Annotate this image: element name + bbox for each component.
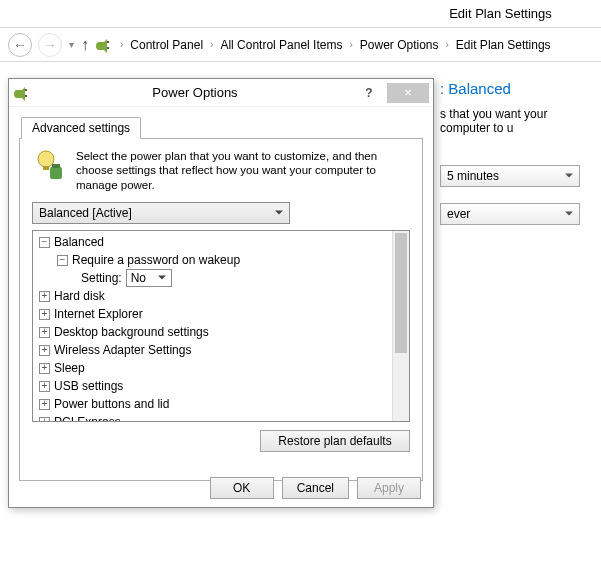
back-button[interactable]: ←	[8, 33, 32, 57]
arrow-left-icon: ←	[13, 37, 27, 53]
scrollbar[interactable]	[392, 231, 409, 421]
tab-panel: Select the power plan that you want to c…	[19, 139, 423, 481]
svg-rect-2	[25, 89, 27, 91]
nav-bar: ← → ▾ ↑ › Control Panel › All Control Pa…	[0, 28, 601, 62]
tree-label: PCI Express	[54, 415, 121, 421]
setting-label: Setting:	[81, 271, 122, 285]
tree-label: Wireless Adapter Settings	[54, 343, 191, 357]
svg-rect-0	[107, 41, 109, 43]
tree-node-require-password[interactable]: Require a password on wakeup	[37, 251, 388, 269]
dialog-button-row: OK Cancel Apply	[210, 477, 421, 499]
chevron-right-icon: ›	[120, 39, 123, 50]
plan-desc: s that you want your computer to u	[440, 107, 581, 135]
breadcrumb-item[interactable]: Edit Plan Settings	[456, 38, 551, 52]
svg-rect-7	[52, 164, 60, 168]
tree-node-hard-disk[interactable]: Hard disk	[37, 287, 388, 305]
intro-text: Select the power plan that you want to c…	[76, 149, 410, 192]
power-plug-icon	[95, 37, 113, 53]
tree-node-desktop-background[interactable]: Desktop background settings	[37, 323, 388, 341]
tree-label: USB settings	[54, 379, 123, 393]
tab-strip: Advanced settings	[19, 117, 423, 139]
sleep-timeout-select[interactable]: ever	[440, 203, 580, 225]
expand-icon[interactable]	[39, 381, 50, 392]
dialog-title: Power Options	[35, 85, 355, 100]
expand-icon[interactable]	[39, 345, 50, 356]
setting-value: No	[131, 271, 146, 285]
svg-rect-1	[107, 47, 109, 49]
chevron-right-icon: ›	[210, 39, 213, 50]
breadcrumb-item[interactable]: Control Panel	[130, 38, 203, 52]
close-button[interactable]: ×	[387, 83, 429, 103]
close-icon: ×	[404, 85, 412, 100]
expand-icon[interactable]	[39, 291, 50, 302]
expand-icon[interactable]	[39, 309, 50, 320]
expand-icon[interactable]	[39, 399, 50, 410]
settings-tree: Balanced Require a password on wakeup Se…	[32, 230, 410, 422]
tree-label: Sleep	[54, 361, 85, 375]
tree-node-internet-explorer[interactable]: Internet Explorer	[37, 305, 388, 323]
svg-rect-6	[50, 167, 62, 179]
power-options-dialog: Power Options ? × Advanced settings Sele…	[8, 78, 434, 508]
tree-label: Require a password on wakeup	[72, 253, 240, 267]
ok-button[interactable]: OK	[210, 477, 274, 499]
tree-node-sleep[interactable]: Sleep	[37, 359, 388, 377]
svg-point-4	[38, 151, 54, 167]
sleep-timeout-value: ever	[447, 207, 470, 221]
tree-label: Desktop background settings	[54, 325, 209, 339]
tree-node-pci-express[interactable]: PCI Express	[37, 413, 388, 421]
forward-button[interactable]: →	[38, 33, 62, 57]
svg-rect-5	[43, 166, 49, 170]
plan-select[interactable]: Balanced [Active]	[32, 202, 290, 224]
power-plug-icon	[13, 85, 31, 101]
help-button[interactable]: ?	[355, 79, 383, 107]
power-plan-icon	[32, 149, 66, 183]
breadcrumb-item[interactable]: All Control Panel Items	[220, 38, 342, 52]
tree-setting-row: Setting: No	[37, 269, 388, 287]
collapse-icon[interactable]	[57, 255, 68, 266]
tree-label: Hard disk	[54, 289, 105, 303]
chevron-right-icon: ›	[349, 39, 352, 50]
chevron-right-icon: ›	[446, 39, 449, 50]
bg-window-title: Edit Plan Settings	[0, 0, 601, 28]
tab-advanced-settings[interactable]: Advanced settings	[21, 117, 141, 139]
tree-node-usb-settings[interactable]: USB settings	[37, 377, 388, 395]
plan-heading: : Balanced	[440, 80, 581, 97]
tree-node-power-buttons[interactable]: Power buttons and lid	[37, 395, 388, 413]
tree-label: Power buttons and lid	[54, 397, 169, 411]
nav-recent-dropdown-icon[interactable]: ▾	[69, 39, 74, 50]
tree-node-wireless-adapter[interactable]: Wireless Adapter Settings	[37, 341, 388, 359]
setting-value-select[interactable]: No	[126, 269, 172, 287]
arrow-right-icon: →	[43, 37, 57, 53]
plan-select-value: Balanced [Active]	[39, 206, 132, 220]
restore-defaults-button[interactable]: Restore plan defaults	[260, 430, 410, 452]
intro-block: Select the power plan that you want to c…	[32, 149, 410, 192]
svg-rect-3	[25, 95, 27, 97]
tree-node-balanced[interactable]: Balanced	[37, 233, 388, 251]
scroll-thumb[interactable]	[395, 233, 407, 353]
up-button[interactable]: ↑	[81, 36, 89, 54]
dialog-titlebar: Power Options ? ×	[9, 79, 433, 107]
apply-button[interactable]: Apply	[357, 477, 421, 499]
display-timeout-value: 5 minutes	[447, 169, 499, 183]
tree-label: Balanced	[54, 235, 104, 249]
expand-icon[interactable]	[39, 327, 50, 338]
expand-icon[interactable]	[39, 363, 50, 374]
tree-viewport: Balanced Require a password on wakeup Se…	[33, 231, 392, 421]
cancel-button[interactable]: Cancel	[282, 477, 349, 499]
collapse-icon[interactable]	[39, 237, 50, 248]
breadcrumb-item[interactable]: Power Options	[360, 38, 439, 52]
tree-label: Internet Explorer	[54, 307, 143, 321]
display-timeout-select[interactable]: 5 minutes	[440, 165, 580, 187]
expand-icon[interactable]	[39, 417, 50, 422]
